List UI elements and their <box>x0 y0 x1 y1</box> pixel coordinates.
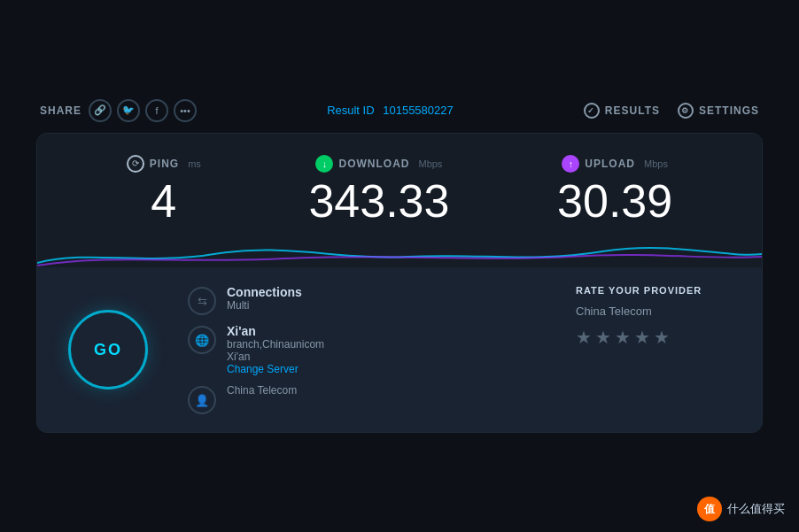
result-id: Result ID 10155580227 <box>327 104 454 117</box>
ping-value: 4 <box>151 176 176 227</box>
download-header: ↓ DOWNLOAD Mbps <box>315 155 442 173</box>
stars-container: ★ ★ ★ ★ ★ <box>576 327 670 348</box>
star-3[interactable]: ★ <box>615 327 631 348</box>
upload-unit: Mbps <box>644 158 668 169</box>
bottom-section: GO ⇆ Connections Multi 🌐 Xi'an branch,Ch… <box>37 267 762 432</box>
connections-value: Multi <box>227 299 302 312</box>
download-label: DOWNLOAD <box>338 158 409 170</box>
isp-text: China Telecom <box>227 384 297 397</box>
rate-label: RATE YOUR PROVIDER <box>576 285 702 296</box>
connections-row: ⇆ Connections Multi <box>188 285 540 315</box>
ping-icon: ⟳ <box>127 155 144 173</box>
isp-label: China Telecom <box>227 384 297 397</box>
connections-text: Connections Multi <box>227 285 302 312</box>
results-label: RESULTS <box>605 104 660 117</box>
top-right: ✓ RESULTS ⚙ SETTINGS <box>584 103 759 119</box>
main-card: ⟳ PING ms 4 ↓ DOWNLOAD Mbps 343.33 ↑ UPL… <box>36 133 763 433</box>
wave-area <box>37 241 762 267</box>
ping-metric: ⟳ PING ms 4 <box>127 155 201 227</box>
provider-name: China Telecom <box>576 305 652 318</box>
change-server-link[interactable]: Change Server <box>227 363 324 375</box>
settings-label: SETTINGS <box>699 104 759 117</box>
isp-row: 👤 China Telecom <box>188 384 540 414</box>
settings-icon: ⚙ <box>678 103 694 119</box>
settings-button[interactable]: ⚙ SETTINGS <box>678 103 759 119</box>
provider-section: RATE YOUR PROVIDER China Telecom ★ ★ ★ ★… <box>576 285 735 414</box>
ping-label: PING <box>150 158 179 170</box>
download-unit: Mbps <box>418 158 442 169</box>
results-button[interactable]: ✓ RESULTS <box>584 103 660 119</box>
result-id-value[interactable]: 10155580227 <box>383 104 454 117</box>
upload-header: ↑ UPLOAD Mbps <box>562 155 668 173</box>
star-2[interactable]: ★ <box>595 327 611 348</box>
star-5[interactable]: ★ <box>654 327 670 348</box>
ping-unit: ms <box>188 158 201 169</box>
upload-metric: ↑ UPLOAD Mbps 30.39 <box>557 155 672 227</box>
link-icon[interactable]: 🔗 <box>89 99 112 122</box>
ping-header: ⟳ PING ms <box>127 155 201 173</box>
share-section: SHARE 🔗 🐦 f ••• <box>40 99 197 122</box>
isp-icon: 👤 <box>188 386 216 414</box>
download-value: 343.33 <box>308 176 449 227</box>
server-label: Xi'an <box>227 324 324 338</box>
results-icon: ✓ <box>584 103 600 119</box>
star-1[interactable]: ★ <box>576 327 592 348</box>
server-detail: branch,Chinaunicom <box>227 338 324 351</box>
go-button-area: GO <box>64 285 152 414</box>
share-label: SHARE <box>40 104 81 117</box>
server-location: Xi'an <box>227 351 324 363</box>
upload-icon: ↑ <box>562 155 579 173</box>
facebook-icon[interactable]: f <box>145 99 168 122</box>
download-icon: ↓ <box>315 155 333 173</box>
server-text: Xi'an branch,Chinaunicom Xi'an Change Se… <box>227 324 324 375</box>
more-icon[interactable]: ••• <box>174 99 197 122</box>
server-row: 🌐 Xi'an branch,Chinaunicom Xi'an Change … <box>188 324 540 375</box>
upload-value: 30.39 <box>557 176 672 227</box>
connections-label: Connections <box>227 285 302 299</box>
star-4[interactable]: ★ <box>634 327 650 348</box>
go-button[interactable]: GO <box>68 310 148 389</box>
info-section: ⇆ Connections Multi 🌐 Xi'an branch,China… <box>188 285 540 414</box>
upload-label: UPLOAD <box>585 158 635 170</box>
watermark-badge: 值 <box>697 497 722 521</box>
share-icons: 🔗 🐦 f ••• <box>89 99 197 122</box>
watermark: 值 什么值得买 <box>697 497 785 521</box>
connections-icon: ⇆ <box>188 287 216 315</box>
server-icon: 🌐 <box>188 326 216 354</box>
watermark-text: 什么值得买 <box>727 501 785 517</box>
result-prefix: Result ID <box>327 104 374 117</box>
top-bar: SHARE 🔗 🐦 f ••• Result ID 10155580227 ✓ … <box>36 99 763 122</box>
metrics-section: ⟳ PING ms 4 ↓ DOWNLOAD Mbps 343.33 ↑ UPL… <box>37 134 762 241</box>
download-metric: ↓ DOWNLOAD Mbps 343.33 <box>308 155 449 227</box>
twitter-icon[interactable]: 🐦 <box>117 99 140 122</box>
